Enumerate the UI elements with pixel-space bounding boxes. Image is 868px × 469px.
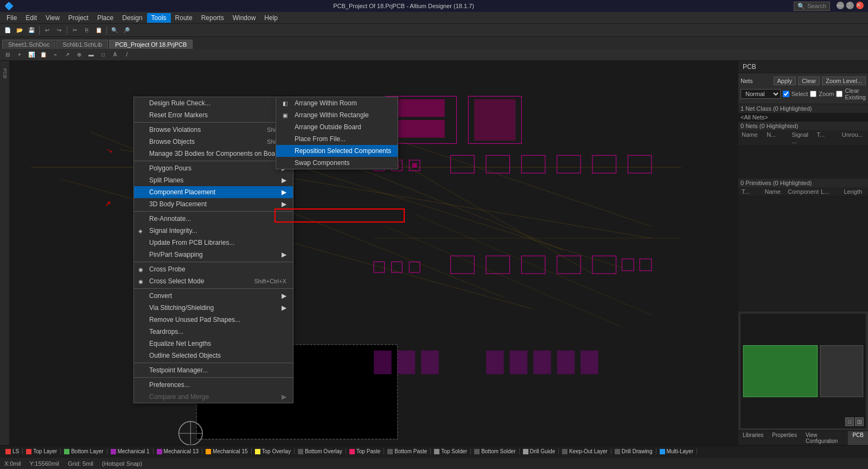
nets-mode-select[interactable]: Normal Mask Dim <box>741 89 781 99</box>
layer-drill-guide[interactable]: Drill Guide <box>520 448 559 454</box>
tab-sheet1[interactable]: Sheet1.SchDoc <box>2 40 55 49</box>
layer-bottom-paste[interactable]: Bottom Paste <box>384 448 431 454</box>
tab-schlib[interactable]: Schlib1.SchLib <box>56 40 108 49</box>
toolbar-btn-save[interactable]: 💾 <box>26 25 37 36</box>
menu-cross-probe[interactable]: ◉ Cross Probe <box>134 263 293 275</box>
select-checkbox-label[interactable]: Select <box>783 91 808 97</box>
layer-mech1[interactable]: Mechanical 1 <box>107 448 154 454</box>
submenu-arrange-outside-board[interactable]: Arrange Outside Board <box>276 121 398 133</box>
layer-top-overlay[interactable]: Top Overlay <box>252 448 295 454</box>
menu-remove-unused-pad[interactable]: Remove Unused Pad Shapes... <box>134 314 293 326</box>
layer-bottom[interactable]: Bottom Layer <box>61 448 107 454</box>
toolbar-btn-zoom-in[interactable]: 🔍 <box>109 25 120 36</box>
menu-pin-part-swapping[interactable]: Pin/Part Swapping ▶ <box>134 249 293 261</box>
toolbar-btn-open[interactable]: 📂 <box>14 25 25 36</box>
submenu-place-from-file[interactable]: Place From File... <box>276 133 398 145</box>
pcb-component-btn[interactable]: □ <box>98 49 108 60</box>
layer-top[interactable]: Top Layer <box>23 448 61 454</box>
toolbar-btn-zoom-out[interactable]: 🔎 <box>121 25 132 36</box>
toolbar-btn-redo[interactable]: ↪ <box>54 25 65 36</box>
submenu-reposition-selected[interactable]: Reposition Selected Components <box>276 145 398 157</box>
submenu-swap-components[interactable]: Swap Components <box>276 157 398 169</box>
menu-manage-3d[interactable]: Manage 3D Bodies for Components on Board… <box>134 148 293 160</box>
pcb-pad-btn[interactable]: ⊕ <box>74 49 85 60</box>
menu-re-annotate[interactable]: Re-Annotate... <box>134 213 293 225</box>
menu-component-placement[interactable]: Component Placement ▶ <box>134 186 293 198</box>
pcb-rule-btn[interactable]: / <box>122 49 132 60</box>
menu-via-stitching[interactable]: Via Stitching/Shielding ▶ <box>134 302 293 314</box>
pcb-track-btn[interactable]: ▬ <box>86 49 97 60</box>
layer-mech15[interactable]: Mechanical 15 <box>202 448 251 454</box>
layer-top-paste[interactable]: Top Paste <box>346 448 384 454</box>
all-nets-item[interactable]: <All Nets> <box>738 113 868 122</box>
menu-equalize-net-lengths[interactable]: Equalize Net Lengths <box>134 338 293 350</box>
apply-button[interactable]: Apply <box>774 77 796 85</box>
toolbar-btn-undo[interactable]: ↩ <box>42 25 53 36</box>
pcb-add-btn[interactable]: + <box>14 49 25 60</box>
submenu-arrange-within-rectangle[interactable]: ▣ Arrange Within Rectangle <box>276 109 398 121</box>
pcb-canvas-area[interactable]: Design Rule Check... Reset Error Markers… <box>10 61 738 445</box>
layer-bottom-overlay[interactable]: Bottom Overlay <box>295 448 346 454</box>
menu-help[interactable]: Help <box>260 13 282 23</box>
toolbar-btn-paste[interactable]: 📋 <box>93 25 104 36</box>
pcb-text-btn[interactable]: A <box>110 49 120 60</box>
layer-keepout[interactable]: Keep-Out Layer <box>559 448 611 454</box>
layer-ls[interactable]: LS <box>2 448 23 454</box>
menu-preferences[interactable]: Preferences... <box>134 379 293 391</box>
menu-reports[interactable]: Reports <box>197 13 228 23</box>
menu-split-planes[interactable]: Split Planes ▶ <box>134 174 293 186</box>
pcb-table-btn[interactable]: 📋 <box>38 49 49 60</box>
panel-tab-pcb[interactable]: PCB <box>848 431 868 445</box>
layer-bottom-solder[interactable]: Bottom Solder <box>471 448 519 454</box>
menu-3d-body-placement[interactable]: 3D Body Placement ▶ <box>134 198 293 210</box>
menu-update-from-pcb-libraries[interactable]: Update From PCB Libraries... <box>134 237 293 249</box>
layer-top-solder[interactable]: Top Solder <box>431 448 471 454</box>
zoom-level-button[interactable]: Zoom Level... <box>822 77 866 85</box>
toolbar-btn-cut[interactable]: ✂ <box>69 25 80 36</box>
submenu-arrange-within-room[interactable]: ◧ Arrange Within Room <box>276 97 398 109</box>
layer-drill-drawing[interactable]: Drill Drawing <box>611 448 656 454</box>
menu-design-rule-check[interactable]: Design Rule Check... <box>134 97 293 109</box>
menu-browse-violations[interactable]: Browse Violations Shift+V <box>134 124 293 136</box>
toolbar-btn-new[interactable]: 📄 <box>2 25 13 36</box>
select-checkbox[interactable] <box>783 91 789 97</box>
menu-outline-selected-objects[interactable]: Outline Selected Objects <box>134 350 293 362</box>
clear-button[interactable]: Clear <box>798 77 820 85</box>
menu-route[interactable]: Route <box>171 13 197 23</box>
menu-project[interactable]: Project <box>64 13 93 23</box>
close-button[interactable]: ✕ <box>856 2 864 9</box>
minimize-button[interactable]: — <box>837 2 844 9</box>
menu-cross-select-mode[interactable]: ◉ Cross Select Mode Shift+Ctrl+X <box>134 275 293 287</box>
panel-tab-properties[interactable]: Properties <box>768 431 801 445</box>
panel-tab-view-config[interactable]: View Configuration <box>801 431 848 445</box>
layer-mech13[interactable]: Mechanical 13 <box>154 448 202 454</box>
zoom-checkbox[interactable] <box>810 91 816 97</box>
menu-polygon-pours[interactable]: Polygon Pours ▶ <box>134 162 293 174</box>
menu-testpoint-manager[interactable]: Testpoint Manager... <box>134 364 293 376</box>
panel-tab-libraries[interactable]: Libraries <box>738 431 768 445</box>
menu-design[interactable]: Design <box>118 13 146 23</box>
pcb-chart-btn[interactable]: 📊 <box>26 49 37 60</box>
maximize-button[interactable]: □ <box>846 2 854 9</box>
minimap-btn-2[interactable]: ◫ <box>855 417 864 426</box>
menu-browse-objects[interactable]: Browse Objects Shift+X <box>134 136 293 148</box>
menu-edit[interactable]: Edit <box>21 13 41 23</box>
menu-file[interactable]: File <box>2 13 21 23</box>
pcb-route-btn[interactable]: ↗ <box>62 49 73 60</box>
pcb-connect-btn[interactable]: ⌁ <box>50 49 61 60</box>
zoom-checkbox-label[interactable]: Zoom <box>810 91 834 97</box>
menu-teardrops[interactable]: Teardrops... <box>134 326 293 338</box>
menu-view[interactable]: View <box>41 13 64 23</box>
toolbar-btn-copy[interactable]: ⎘ <box>81 25 92 36</box>
tab-pcb[interactable]: PCB_Project Of 18.PrjPCB <box>109 40 193 49</box>
menu-window[interactable]: Window <box>228 13 260 23</box>
minimap-btn-1[interactable]: □ <box>845 417 854 426</box>
clear-existing-checkbox[interactable] <box>836 91 843 97</box>
menu-place[interactable]: Place <box>93 13 118 23</box>
clear-existing-checkbox-label[interactable]: Clear Existing <box>836 87 866 100</box>
menu-tools[interactable]: Tools <box>147 13 171 23</box>
pcb-filter-btn[interactable]: ⊟ <box>2 49 13 60</box>
menu-convert[interactable]: Convert ▶ <box>134 290 293 302</box>
menu-signal-integrity[interactable]: ◈ Signal Integrity... <box>134 225 293 237</box>
layer-multilayer[interactable]: Multi-Layer <box>656 448 697 454</box>
